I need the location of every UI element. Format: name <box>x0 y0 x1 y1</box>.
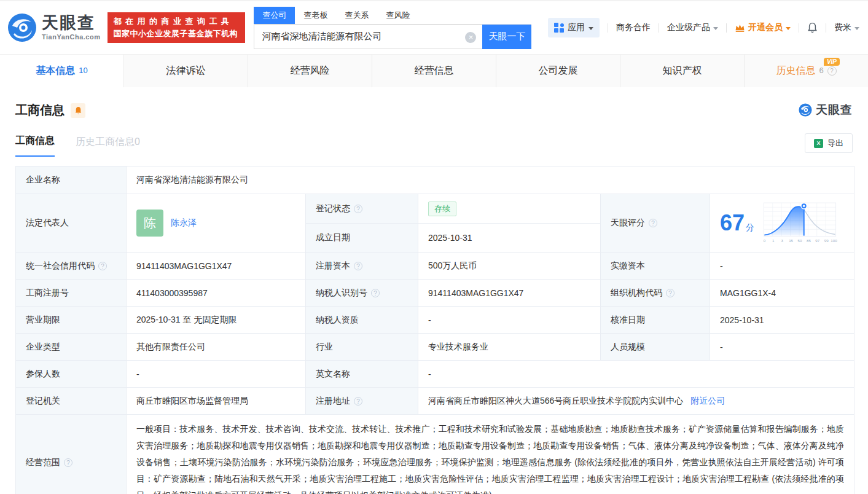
help-icon[interactable]: ? <box>354 397 362 406</box>
field-label: 纳税人识别号? <box>306 280 418 307</box>
table-row: 营业期限 2025-10-31 至 无固定期限 纳税人资质 - 核准日期 202… <box>16 307 854 334</box>
field-label: 天眼评分? <box>601 194 710 253</box>
legal-rep-link[interactable]: 陈永泽 <box>171 218 197 229</box>
reg-number-value: 411403000395987 <box>127 280 306 307</box>
bell-icon <box>807 22 818 33</box>
apps-grid-icon <box>554 23 564 33</box>
help-icon[interactable]: ? <box>354 205 362 213</box>
svg-text:15: 15 <box>789 238 793 243</box>
svg-text:97: 97 <box>815 238 819 243</box>
notification-bell[interactable] <box>807 22 818 33</box>
svg-text:0: 0 <box>764 238 766 243</box>
export-button[interactable]: X 导出 <box>805 133 853 153</box>
help-icon[interactable]: ? <box>64 458 72 467</box>
tab-operation-info[interactable]: 经营信息 <box>372 55 496 87</box>
svg-text:3: 3 <box>781 238 784 243</box>
nav-open-vip[interactable]: 开通会员 <box>735 22 791 33</box>
legal-rep-avatar[interactable]: 陈 <box>136 210 163 237</box>
nearby-companies-link[interactable]: 附近公司 <box>690 396 725 406</box>
org-code-value: MAG1GG1X-4 <box>710 280 854 307</box>
field-label: 英文名称 <box>306 361 418 388</box>
english-name-value: - <box>418 361 854 388</box>
chevron-down-icon <box>854 27 859 30</box>
field-label: 纳税人资质 <box>306 307 418 334</box>
business-scope-value: 一般项目：技术服务、技术开发、技术咨询、技术交流、技术转让、技术推广；工程和技术… <box>127 415 854 494</box>
nav-enterprise-products[interactable]: 企业级产品 <box>667 22 718 33</box>
top-nav: 应用 商务合作 企业级产品 开通会员 费米 <box>548 18 859 37</box>
slogan-line-2: 国家中小企业发展子基金旗下机构 <box>113 28 240 40</box>
search-tab-boss[interactable]: 查老板 <box>295 7 336 24</box>
user-menu[interactable]: 费米 <box>834 22 859 33</box>
svg-text:1: 1 <box>772 238 775 243</box>
tianyancha-watermark: 天眼查 <box>799 102 853 118</box>
tab-operation-risk[interactable]: 经营风险 <box>248 55 372 87</box>
field-label: 工商注册号 <box>16 280 127 307</box>
vip-badge: VIP <box>824 58 840 66</box>
insured-count-value: - <box>127 361 306 388</box>
field-label: 法定代表人 <box>16 194 127 253</box>
clear-icon[interactable]: × <box>465 32 476 43</box>
search-tab-risk[interactable]: 查风险 <box>377 7 418 24</box>
tab-company-development[interactable]: 公司发展 <box>496 55 620 87</box>
field-label: 行业 <box>306 334 418 361</box>
field-label: 人员规模 <box>601 334 710 361</box>
tianyancha-logo-icon <box>7 13 37 42</box>
svg-text:100: 100 <box>831 238 837 243</box>
establish-date-value: 2025-10-31 <box>418 224 601 253</box>
paid-capital-value: - <box>710 253 854 280</box>
search-tab-company[interactable]: 查公司 <box>254 7 295 24</box>
tianyancha-logo[interactable]: 天眼查 TianYanCha.com <box>7 13 100 42</box>
help-icon[interactable]: ? <box>649 219 657 227</box>
reg-address-value: 河南省商丘市睢阳区神火大道566号商丘职业技术学院院内实训中心 <box>428 396 683 406</box>
field-label: 参保人数 <box>16 361 127 388</box>
svg-text:99: 99 <box>824 238 829 243</box>
table-row: 工商注册号 411403000395987 纳税人识别号? 91411403MA… <box>16 280 854 307</box>
search-area: 查公司 查老板 查关系 查风险 × 天眼一下 <box>254 7 531 49</box>
taxpayer-quality-value: - <box>418 307 601 334</box>
field-label: 成立日期 <box>306 224 418 253</box>
svg-text:50: 50 <box>798 238 802 243</box>
apps-menu[interactable]: 应用 <box>548 18 600 37</box>
bell-icon <box>74 106 82 115</box>
nav-cooperation[interactable]: 商务合作 <box>616 22 651 33</box>
field-label: 注册地址? <box>306 388 418 415</box>
table-row: 法定代表人 陈 陈永泽 登记状态? 存续 天眼评分? 67分 <box>16 194 854 224</box>
credit-code-value: 91411403MAG1GG1X47 <box>127 253 306 280</box>
field-label: 注册资本? <box>306 253 418 280</box>
svg-text:85: 85 <box>807 238 811 243</box>
help-icon[interactable]: ? <box>827 66 837 76</box>
company-type-value: 其他有限责任公司 <box>127 334 306 361</box>
help-icon[interactable]: ? <box>666 289 674 297</box>
help-icon[interactable]: ? <box>354 262 362 270</box>
subtab-business-info[interactable]: 工商信息 <box>15 135 55 157</box>
business-info-table: 企业名称 河南省深地清洁能源有限公司 法定代表人 陈 陈永泽 登记状态? 存续 … <box>15 166 854 494</box>
field-label: 经营范围? <box>16 415 127 494</box>
company-name-value: 河南省深地清洁能源有限公司 <box>127 167 854 194</box>
industry-value: 专业技术服务业 <box>418 334 601 361</box>
tyc-score-value: 67分 <box>720 210 754 236</box>
field-label: 企业类型 <box>16 334 127 361</box>
table-row: 经营范围? 一般项目：技术服务、技术开发、技术咨询、技术交流、技术转让、技术推广… <box>16 415 854 494</box>
search-tab-relation[interactable]: 查关系 <box>336 7 377 24</box>
tab-history-info[interactable]: VIP 历史信息 6 ? <box>745 55 868 87</box>
search-input[interactable] <box>254 25 482 49</box>
company-section-tabs: 基本信息 10 法律诉讼 经营风险 经营信息 公司发展 知识产权 VIP 历史信… <box>0 54 868 87</box>
monitor-bell-button[interactable] <box>71 103 85 118</box>
reg-capital-value: 500万人民币 <box>418 253 601 280</box>
field-label: 登记状态? <box>306 194 418 224</box>
table-row: 登记机关 商丘市睢阳区市场监督管理局 注册地址? 河南省商丘市睢阳区神火大道56… <box>16 388 854 415</box>
score-distribution-chart: 0 1 3 15 50 85 97 99 100 <box>760 200 839 246</box>
field-label: 组织机构代码? <box>601 280 710 307</box>
help-icon[interactable]: ? <box>371 289 380 297</box>
staff-size-value: - <box>710 334 854 361</box>
tab-basic-info[interactable]: 基本信息 10 <box>0 55 124 87</box>
tab-intellectual-property[interactable]: 知识产权 <box>620 55 745 87</box>
section-title: 工商信息 <box>15 102 65 119</box>
search-button[interactable]: 天眼一下 <box>482 25 531 49</box>
field-label: 营业期限 <box>16 307 127 334</box>
chevron-down-icon <box>713 27 718 30</box>
help-icon[interactable]: ? <box>98 262 107 270</box>
brand-name: 天眼查 <box>42 15 100 31</box>
subtab-history-business-info[interactable]: 历史工商信息0 <box>76 136 140 157</box>
tab-legal-proceedings[interactable]: 法律诉讼 <box>124 55 248 87</box>
